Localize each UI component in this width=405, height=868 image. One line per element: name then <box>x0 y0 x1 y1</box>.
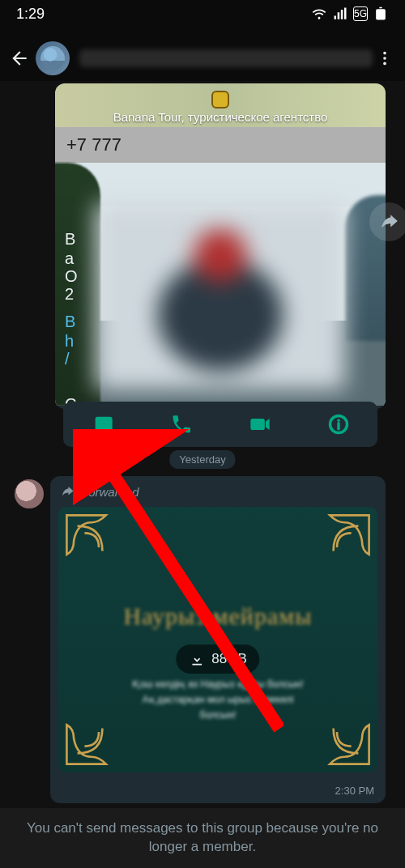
obscured-text: 2 <box>65 285 74 304</box>
obscured-text: B <box>65 313 75 331</box>
phone-number: +7 777 <box>66 134 122 155</box>
chat-title[interactable] <box>79 49 373 67</box>
forward-message-button[interactable] <box>369 202 405 241</box>
video-call-button[interactable] <box>244 408 276 440</box>
contact-photo[interactable] <box>55 163 386 406</box>
status-bar: 1:29 5G <box>0 0 405 28</box>
ornament-icon <box>301 512 373 583</box>
obscured-text: a <box>65 249 74 268</box>
more-menu-button[interactable] <box>373 46 397 70</box>
map-preview[interactable]: Banana Tour, туристическое агентство <box>55 83 386 127</box>
wifi-icon <box>311 6 327 22</box>
message-button[interactable] <box>87 408 119 440</box>
download-button[interactable]: 88 kB <box>176 645 259 674</box>
svg-point-1 <box>383 57 386 60</box>
map-pin-icon <box>211 91 229 108</box>
image-attachment[interactable]: Наурыз мейрамы Қош келдің әз Наурыз құтт… <box>58 507 377 772</box>
signal-icon <box>332 6 348 22</box>
obscured-text: B <box>65 230 75 249</box>
info-button[interactable] <box>322 408 355 440</box>
phone-row[interactable]: +7 777 <box>55 127 386 163</box>
status-icons: 5G <box>311 6 389 22</box>
battery-icon <box>373 6 389 22</box>
forwarded-label: Forwarded <box>50 476 386 504</box>
svg-point-0 <box>383 52 386 55</box>
sender-avatar[interactable] <box>15 479 44 508</box>
obscured-text: O <box>65 267 78 286</box>
contact-quick-actions <box>63 402 377 447</box>
voice-call-button[interactable] <box>165 408 198 440</box>
chat-area[interactable]: Banana Tour, туристическое агентство +7 … <box>0 81 405 808</box>
forward-icon <box>60 484 75 499</box>
place-name: Banana Tour, туристическое агентство <box>113 110 328 124</box>
image-body-blurred: Қош келдің әз Наурыз құтты болсын!Ақ дас… <box>83 677 353 724</box>
message-time: 2:30 PM <box>335 785 374 797</box>
image-headline-blurred: Наурыз мейрамы <box>58 602 377 630</box>
sim-icon: 5G <box>353 6 368 21</box>
obscured-text: h <box>65 332 74 351</box>
readonly-notice: You can't send messages to this group be… <box>0 808 405 868</box>
download-icon <box>189 651 205 667</box>
date-separator: Yesterday <box>169 450 235 469</box>
message-forwarded-image[interactable]: Forwarded Наурыз мейрамы Қош келдің әз Н… <box>50 476 386 803</box>
ornament-icon <box>63 512 134 583</box>
back-button[interactable] <box>8 47 31 70</box>
download-size: 88 kB <box>211 651 246 667</box>
obscured-text: / <box>65 350 70 368</box>
svg-point-2 <box>383 62 386 66</box>
status-time: 1:29 <box>16 6 45 23</box>
app-bar <box>0 36 405 81</box>
chat-avatar[interactable] <box>36 41 70 75</box>
message-contact-card[interactable]: Banana Tour, туристическое агентство +7 … <box>55 83 386 409</box>
